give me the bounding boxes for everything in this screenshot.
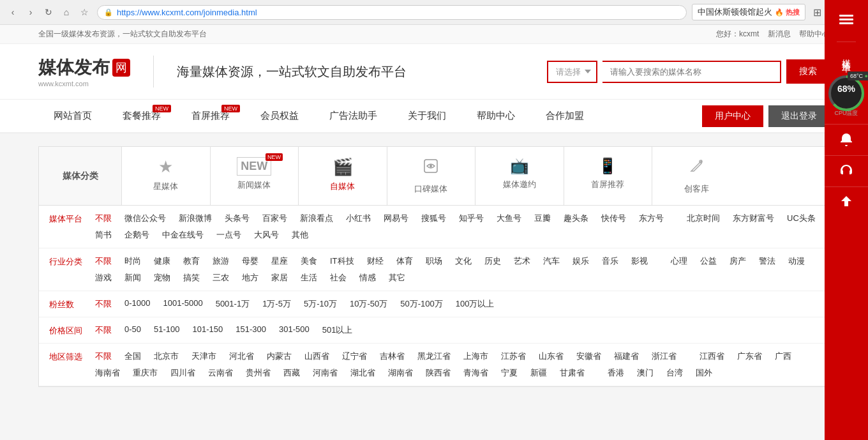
region-item-r3-1[interactable]: 澳门 <box>636 367 655 379</box>
region-item-6[interactable]: 山西省 <box>303 350 331 363</box>
tab-reputation-media[interactable]: 口碑媒体 <box>387 147 476 205</box>
region-item-r3-3[interactable]: 国外 <box>694 367 714 379</box>
price-item-1[interactable]: 0-50 <box>123 324 142 337</box>
platform-item-1[interactable]: 微信公众号 <box>123 212 167 225</box>
region-item-12[interactable]: 山东省 <box>537 350 565 363</box>
region-item-4[interactable]: 河北省 <box>228 350 255 363</box>
region-item-r2-16[interactable]: 甘肃省 <box>558 367 586 379</box>
fans-item-1[interactable]: 0-1000 <box>123 298 151 310</box>
platform-item-12[interactable]: 趣头条 <box>562 212 590 225</box>
industry-item-0[interactable]: 不限 <box>94 255 113 268</box>
address-bar[interactable]: 🔒 https://www.kcxmt.com/joinmedia.html <box>97 5 687 20</box>
nav-item-packages[interactable]: 套餐推荐 NEW <box>107 100 176 132</box>
back-button[interactable]: ‹ <box>5 4 20 20</box>
platform-item-r2-4[interactable]: 企鹅号 <box>123 229 151 241</box>
region-item-7[interactable]: 辽宁省 <box>341 350 368 363</box>
tab-news-media[interactable]: NEW NEW 新闻媒体 <box>211 147 299 205</box>
region-item-r2-7[interactable]: 贵州省 <box>244 367 272 379</box>
tab-self-media[interactable]: 🎬 自媒体 <box>299 147 387 205</box>
industry-item-6[interactable]: 星座 <box>270 255 289 268</box>
price-item-2[interactable]: 51-100 <box>153 324 181 337</box>
platform-item-r2-2[interactable]: UC头条 <box>786 212 817 225</box>
region-item-r2-10[interactable]: 湖北省 <box>349 367 377 379</box>
industry-item-r2-14[interactable]: 情感 <box>358 271 377 284</box>
logout-button[interactable]: 退出登录 <box>768 105 830 127</box>
industry-item-12[interactable]: 文化 <box>454 255 473 268</box>
platform-item-5[interactable]: 新浪看点 <box>299 212 334 225</box>
price-item-3[interactable]: 101-150 <box>191 324 225 337</box>
region-item-15[interactable]: 浙江省 <box>650 350 678 363</box>
platform-item-r2-8[interactable]: 其他 <box>290 229 310 241</box>
platform-item-9[interactable]: 知乎号 <box>458 212 485 225</box>
industry-item-r2-1[interactable]: 公益 <box>699 255 718 268</box>
industry-item-r2-2[interactable]: 房产 <box>728 255 747 268</box>
industry-item-r2-3[interactable]: 警法 <box>758 255 777 268</box>
site-logo[interactable]: 媒体发布 网 www.kcxmt.com <box>38 56 130 87</box>
industry-item-9[interactable]: 财经 <box>366 255 385 268</box>
fans-item-0[interactable]: 不限 <box>94 298 113 310</box>
industry-item-r2-8[interactable]: 搞笑 <box>182 271 201 284</box>
fans-item-4[interactable]: 1万-5万 <box>261 298 292 310</box>
region-item-r2-2[interactable]: 广西 <box>774 350 793 363</box>
region-item-r2-11[interactable]: 湖南省 <box>387 367 414 379</box>
region-item-2[interactable]: 北京市 <box>153 350 180 363</box>
industry-item-r2-12[interactable]: 生活 <box>299 271 318 284</box>
fans-item-8[interactable]: 100万以上 <box>454 298 496 310</box>
region-item-r2-3[interactable]: 海南省 <box>94 367 121 379</box>
industry-item-r2-5[interactable]: 游戏 <box>94 271 113 284</box>
industry-item-5[interactable]: 母婴 <box>241 255 260 268</box>
platform-item-7[interactable]: 网易号 <box>382 212 410 225</box>
price-item-0[interactable]: 不限 <box>94 324 113 337</box>
tab-first-screen[interactable]: 📱 首屏推荐 <box>564 147 653 205</box>
platform-item-r2-5[interactable]: 中金在线号 <box>161 229 205 241</box>
region-item-3[interactable]: 天津市 <box>190 350 218 363</box>
fans-item-6[interactable]: 10万-50万 <box>348 298 389 310</box>
tab-star-media[interactable]: ★ 星媒体 <box>122 147 211 205</box>
platform-item-r2-0[interactable]: 北京时间 <box>685 212 721 225</box>
bookmark-button[interactable]: ☆ <box>77 4 92 20</box>
platform-item-8[interactable]: 搜狐号 <box>420 212 447 225</box>
nav-item-about[interactable]: 关于我们 <box>393 100 461 132</box>
region-item-r2-1[interactable]: 广东省 <box>736 350 763 363</box>
industry-item-7[interactable]: 美食 <box>299 255 318 268</box>
customer-service-button[interactable] <box>825 155 868 186</box>
platform-item-4[interactable]: 百家号 <box>261 212 288 225</box>
region-item-r2-6[interactable]: 云南省 <box>207 367 234 379</box>
platform-item-r2-1[interactable]: 东方财富号 <box>731 212 775 225</box>
industry-item-r2-10[interactable]: 地方 <box>241 271 260 284</box>
industry-item-11[interactable]: 职场 <box>424 255 444 268</box>
browser-search[interactable]: 中国休斯顿领馆起火 🔥 热搜 <box>692 4 805 20</box>
industry-item-15[interactable]: 汽车 <box>542 255 561 268</box>
region-item-8[interactable]: 吉林省 <box>378 350 406 363</box>
industry-item-17[interactable]: 音乐 <box>601 255 620 268</box>
region-item-11[interactable]: 江苏省 <box>500 350 527 363</box>
region-item-r3-0[interactable]: 香港 <box>606 367 625 379</box>
scroll-to-top-button[interactable] <box>825 186 868 215</box>
industry-item-8[interactable]: IT科技 <box>329 255 355 268</box>
extensions-button[interactable]: ⊞ <box>809 4 825 20</box>
tab-media-invite[interactable]: 📺 媒体邀约 <box>475 147 564 205</box>
nav-item-adlaw[interactable]: 广告法助手 <box>314 100 393 132</box>
fans-item-2[interactable]: 1001-5000 <box>161 298 204 310</box>
region-item-0[interactable]: 不限 <box>94 350 113 363</box>
region-item-14[interactable]: 福建省 <box>613 350 640 363</box>
forward-button[interactable]: › <box>23 4 38 20</box>
industry-item-r2-4[interactable]: 动漫 <box>787 255 806 268</box>
fans-item-7[interactable]: 50万-100万 <box>399 298 444 310</box>
platform-item-11[interactable]: 豆瓣 <box>533 212 552 225</box>
platform-item-6[interactable]: 小红书 <box>345 212 372 225</box>
platform-item-14[interactable]: 东方号 <box>638 212 665 225</box>
industry-item-r2-6[interactable]: 新闻 <box>123 271 142 284</box>
industry-item-10[interactable]: 体育 <box>395 255 414 268</box>
region-item-9[interactable]: 黑龙江省 <box>416 350 452 363</box>
fans-item-5[interactable]: 5万-10万 <box>303 298 338 310</box>
platform-item-0[interactable]: 不限 <box>94 212 113 225</box>
platform-item-r2-3[interactable]: 简书 <box>94 229 113 241</box>
sidebar-media-list-text[interactable]: 媒体清单 <box>838 42 855 68</box>
region-item-r2-9[interactable]: 河南省 <box>311 367 339 379</box>
platform-item-r2-7[interactable]: 大风号 <box>253 229 280 241</box>
nav-item-help[interactable]: 帮助中心 <box>461 100 530 132</box>
industry-item-18[interactable]: 影视 <box>630 255 649 268</box>
price-item-6[interactable]: 501以上 <box>321 324 354 337</box>
industry-item-r2-15[interactable]: 其它 <box>387 271 407 284</box>
